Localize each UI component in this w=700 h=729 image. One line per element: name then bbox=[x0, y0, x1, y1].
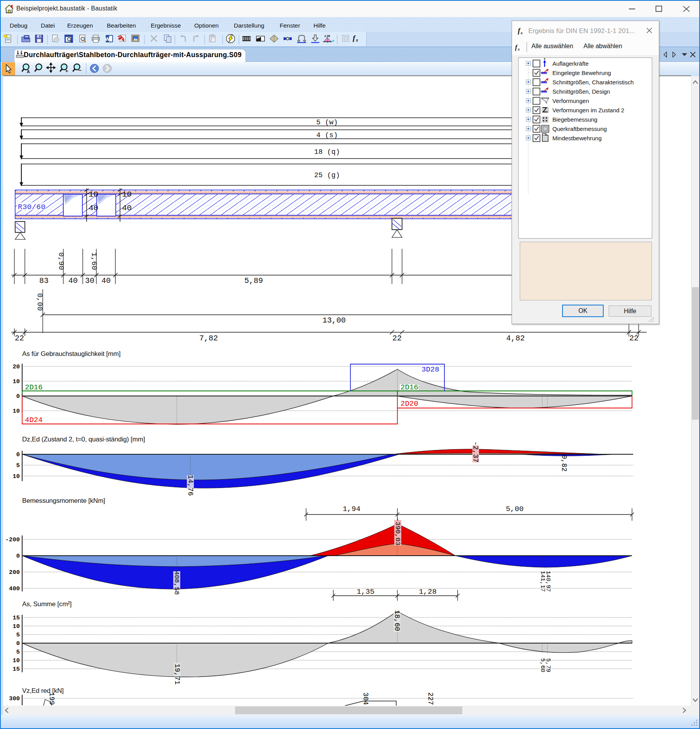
svg-text:Verformungen im Zustand 2: Verformungen im Zustand 2 bbox=[552, 107, 624, 113]
svg-text:A: A bbox=[27, 69, 30, 74]
svg-text:Schnittgrößen, Design: Schnittgrößen, Design bbox=[552, 88, 610, 95]
svg-text:Schnittgrößen, Charakteristisc: Schnittgrößen, Charakteristisch bbox=[552, 79, 634, 85]
svg-text:Auflagerkräfte: Auflagerkräfte bbox=[552, 60, 589, 67]
svg-text:x: x bbox=[517, 47, 520, 51]
svg-text:−: − bbox=[78, 67, 82, 73]
svg-text:Biegebemessung: Biegebemessung bbox=[552, 116, 597, 123]
svg-text:Verformungen: Verformungen bbox=[552, 98, 589, 104]
svg-text:x: x bbox=[520, 30, 523, 35]
svg-text:Mindestbewehrung: Mindestbewehrung bbox=[552, 135, 602, 141]
svg-text:+: + bbox=[65, 68, 68, 74]
svg-text:f: f bbox=[515, 44, 518, 51]
svg-text:Querkraftbemessung: Querkraftbemessung bbox=[552, 126, 607, 132]
svg-text:Eingelegte Bewehrung: Eingelegte Bewehrung bbox=[552, 70, 611, 76]
